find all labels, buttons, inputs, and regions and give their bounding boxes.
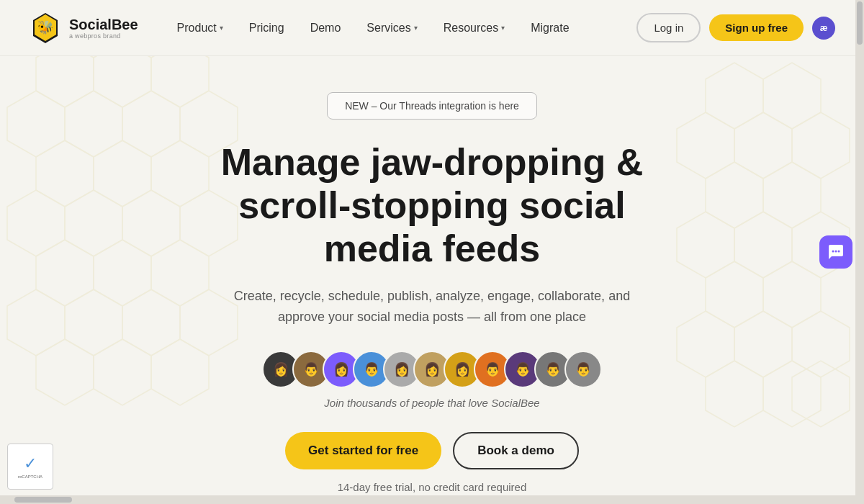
- nav-resources[interactable]: Resources ▾: [433, 16, 515, 40]
- threads-badge-text: NEW – Our Threads integration is here: [345, 100, 519, 112]
- brand-name: SocialBee: [69, 17, 138, 32]
- social-proof-text: Join thousands of people that love Socia…: [324, 397, 539, 409]
- get-started-button[interactable]: Get started for free: [285, 432, 441, 469]
- scrollbar-vertical[interactable]: [855, 0, 864, 504]
- chevron-down-icon: ▾: [220, 24, 223, 32]
- svg-point-47: [838, 251, 840, 253]
- cta-buttons: Get started for free Book a demo: [285, 432, 579, 469]
- logo[interactable]: 🐝 SocialBee a webpros brand: [29, 12, 138, 45]
- chevron-down-icon: ▾: [414, 24, 418, 32]
- nav-pricing[interactable]: Pricing: [239, 16, 294, 40]
- nav-links: Product ▾ Pricing Demo Services ▾ Resour…: [167, 16, 580, 40]
- chevron-down-icon: ▾: [501, 24, 505, 32]
- scrollbar-horizontal[interactable]: [0, 495, 864, 504]
- recaptcha-text: reCAPTCHA: [18, 474, 42, 479]
- hero-section: NEW – Our Threads integration is here Ma…: [0, 56, 864, 504]
- signup-button[interactable]: Sign up free: [709, 14, 804, 41]
- trial-note: 14-day free trial, no credit card requir…: [338, 481, 527, 493]
- hero-title: Manage jaw-dropping & scroll-stopping so…: [180, 141, 684, 270]
- avatar: 👨: [564, 351, 602, 388]
- logo-icon: 🐝: [29, 12, 62, 45]
- svg-point-46: [835, 251, 837, 253]
- chat-widget-button[interactable]: [819, 235, 852, 269]
- nav-demo[interactable]: Demo: [300, 16, 351, 40]
- svg-point-45: [832, 251, 834, 253]
- nav-services[interactable]: Services ▾: [356, 16, 427, 40]
- chat-icon: [827, 243, 845, 261]
- nav-migrate[interactable]: Migrate: [521, 16, 579, 40]
- social-proof-avatars: 👩 👨 👩 👨 👩 👩 👩 👨 👨 👨 👨: [262, 351, 602, 388]
- recaptcha-widget: ✓ reCAPTCHA: [7, 444, 53, 490]
- user-avatar-badge[interactable]: æ: [812, 17, 835, 40]
- hero-subtitle: Create, recycle, schedule, publish, anal…: [209, 286, 655, 328]
- logo-text: SocialBee a webpros brand: [69, 17, 138, 40]
- svg-text:🐝: 🐝: [37, 19, 54, 35]
- scrollbar-thumb[interactable]: [14, 497, 72, 503]
- navbar: 🐝 SocialBee a webpros brand Product ▾ Pr…: [0, 0, 864, 56]
- recaptcha-icon: ✓: [24, 454, 37, 473]
- threads-badge[interactable]: NEW – Our Threads integration is here: [327, 92, 537, 120]
- nav-right: Log in Sign up free æ: [636, 13, 835, 42]
- login-button[interactable]: Log in: [636, 13, 701, 42]
- brand-tagline: a webpros brand: [69, 32, 138, 40]
- nav-product[interactable]: Product ▾: [167, 16, 233, 40]
- nav-left: 🐝 SocialBee a webpros brand Product ▾ Pr…: [29, 12, 580, 45]
- book-demo-button[interactable]: Book a demo: [453, 432, 579, 469]
- scrollbar-vertical-thumb[interactable]: [857, 1, 863, 45]
